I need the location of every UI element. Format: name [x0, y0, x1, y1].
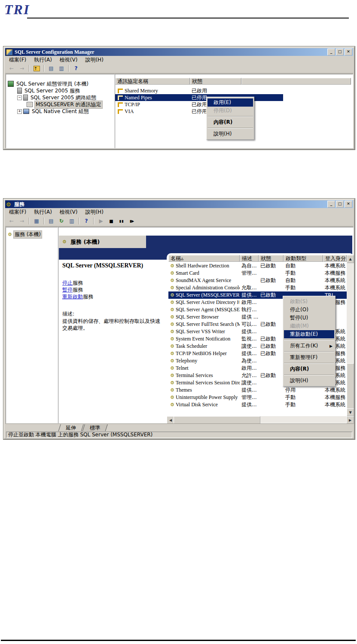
service-name-text: Special Administration Console H... — [176, 285, 240, 291]
help-icon[interactable]: ? — [82, 217, 91, 225]
horizontal-scroll-thumb[interactable] — [174, 416, 260, 424]
tab-延伸[interactable]: 延伸 — [58, 424, 84, 432]
protocol-row[interactable]: Named Pipes已停用 — [115, 94, 283, 101]
services-app-icon: ⚙ — [6, 202, 11, 207]
scroll-right-button[interactable]: ▶ — [346, 416, 354, 424]
services-menu-3[interactable]: 說明(H) — [81, 208, 107, 216]
tree-item-1[interactable]: SQL Server 2005 服務 — [17, 87, 81, 94]
back-icon[interactable]: ← — [7, 64, 16, 73]
service-row[interactable]: ⚙SoundMAX Agent Service已啟動自動本機系統 — [168, 277, 347, 284]
close-button[interactable]: ✕ — [345, 201, 352, 208]
service-name-text: System Event Notification — [176, 336, 230, 342]
tab-標準[interactable]: 標準 — [82, 424, 108, 432]
service-name: ⚙SQL Server FullText Search (MSS... — [168, 321, 240, 328]
service-row[interactable]: ⚙Virtual Disk Service提供...手動本機系統 — [168, 401, 347, 408]
protocol-row[interactable]: Shared Memory已啟用 — [115, 87, 241, 94]
properties-icon[interactable]: ▤ — [46, 64, 56, 73]
up-folder-icon[interactable]: ↑ — [32, 64, 41, 73]
minimize-button[interactable]: _ — [327, 49, 335, 55]
service-name: ⚙SQL Server (MSSQLSERVER) — [168, 292, 240, 298]
minimize-button[interactable]: _ — [327, 201, 335, 208]
show-tree-icon[interactable]: ▦ — [32, 217, 41, 225]
tree-item-services-local[interactable]: ⚙ 服務 (本機) — [8, 231, 42, 238]
service-gears-icon: ⚙ — [170, 307, 174, 312]
vertical-scrollbar[interactable]: ▲ ▼ — [347, 255, 353, 415]
service-gears-icon: ⚙ — [170, 395, 174, 400]
plus-expander[interactable]: + — [17, 109, 22, 114]
service-name: ⚙Virtual Disk Service — [168, 402, 240, 408]
service-desc: 讓使... — [240, 379, 259, 386]
service-name-text: Virtual Disk Service — [176, 402, 218, 408]
forward-glyph: → — [20, 218, 24, 224]
tree-item-0[interactable]: SQL Server 組態管理員 (本機) — [8, 80, 89, 87]
column-header-0[interactable]: 名稱 ▵ — [168, 255, 240, 262]
service-row[interactable]: ⚙Smart Card管理...手動本機服務 — [168, 270, 347, 277]
back-icon[interactable]: ← — [7, 217, 16, 225]
scroll-up-button[interactable]: ▲ — [347, 255, 354, 263]
column-header-4[interactable]: 登入身分 — [323, 255, 347, 262]
restart-icon[interactable]: ▮▶ — [127, 217, 137, 225]
services-titlebar[interactable]: ⚙ 服務 _□✕ — [5, 200, 353, 208]
services-menu-1[interactable]: 執行(A) — [30, 208, 56, 216]
close-button[interactable]: ✕ — [345, 49, 352, 55]
sscm-menu-2[interactable]: 檢視(V) — [56, 56, 82, 64]
sscm-titlebar[interactable]: SQL Server Configuration Manager _□✕ — [5, 48, 353, 56]
services-menu-item-1[interactable]: 停止(O) — [284, 306, 334, 314]
sscm-menu-3[interactable]: 說明(H) — [81, 56, 107, 64]
forward-icon[interactable]: → — [17, 64, 27, 73]
stop-icon[interactable]: ■ — [107, 217, 116, 225]
tree-item-4[interactable]: +SQL Native Client 組態 — [17, 108, 90, 115]
tree-item-3[interactable]: MSSQLSERVER 的通訊協定 — [27, 101, 103, 108]
service-name-text: Terminal Services Session Directory — [176, 380, 240, 386]
services-menu-2[interactable]: 檢視(V) — [56, 208, 82, 216]
services-menu-item-8[interactable]: 重新整理(F) — [284, 353, 334, 362]
horizontal-scrollbar[interactable]: ◀ ▶ — [167, 416, 353, 423]
help-icon[interactable]: ? — [71, 64, 81, 73]
scroll-down-button[interactable]: ▼ — [347, 408, 354, 416]
protocol-name: TCP/IP — [115, 101, 190, 108]
service-row[interactable]: ⚙Special Administration Console H...允取..… — [168, 284, 347, 291]
service-gears-icon: ⚙ — [170, 388, 174, 393]
services-menu-item-2[interactable]: 暫停(U) — [284, 314, 334, 322]
services-menu-item-4[interactable]: 重新啟動(E) — [284, 330, 334, 338]
properties-icon[interactable]: ▤ — [46, 217, 56, 225]
column-header-3[interactable]: 啟動類型 — [284, 255, 323, 262]
service-row[interactable]: ⚙Themes提供...停用本機系統 — [168, 386, 347, 394]
server-icon — [23, 95, 28, 101]
service-desc: 提供... — [240, 401, 259, 408]
maximize-button[interactable]: □ — [336, 49, 344, 55]
vertical-scroll-thumb[interactable] — [347, 363, 354, 409]
start-icon[interactable]: ▶ — [96, 217, 106, 225]
column-header-1[interactable]: 描述 — [240, 255, 259, 262]
refresh-icon[interactable]: ↻ — [57, 217, 66, 225]
service-action-link-1[interactable]: 暫停 — [62, 287, 73, 293]
services-menu-item-10[interactable]: 內容(R) — [284, 365, 334, 373]
service-action-link-0[interactable]: 停止 — [62, 280, 73, 286]
export-list-icon[interactable]: ▥ — [67, 217, 76, 225]
service-row[interactable]: ⚙Uninterruptible Power Supply管理...手動本機服務 — [168, 394, 347, 401]
sscm-menu-1[interactable]: 執行(A) — [30, 56, 56, 64]
pause-icon[interactable]: ▮▮ — [117, 217, 126, 225]
services-menu-item-12[interactable]: 說明(H) — [284, 377, 334, 385]
sscm-menu-item-3[interactable]: 內容(R) — [207, 118, 253, 126]
maximize-button[interactable]: □ — [336, 201, 344, 208]
service-action-link-2[interactable]: 重新啟動 — [62, 294, 83, 300]
minus-expander[interactable]: − — [17, 95, 22, 100]
service-desc: 提供 ... — [240, 313, 259, 321]
sscm-menu-0[interactable]: 檔案(F) — [5, 56, 30, 64]
toolbar-separator — [43, 65, 44, 72]
forward-icon[interactable]: → — [17, 217, 27, 225]
services-menu-item-0: 啟動(S) — [284, 297, 334, 306]
sscm-menu-item-5[interactable]: 說明(H) — [207, 130, 253, 138]
column-header-2[interactable]: 狀態 — [259, 255, 284, 262]
service-name-text: Task Scheduler — [176, 343, 207, 350]
sscm-menu-item-0[interactable]: 啟用(E) — [207, 98, 253, 107]
services-menu-0[interactable]: 檔案(F) — [5, 208, 30, 216]
restart-glyph: ▮▶ — [130, 219, 134, 223]
services-menu-item-6[interactable]: 所有工作(K)▶ — [284, 342, 334, 350]
service-gears-icon: ⚙ — [170, 373, 174, 378]
tree-item-label: 服務 (本機) — [13, 230, 42, 239]
service-desc: 提供... — [240, 291, 259, 299]
export-list-icon[interactable]: ▥ — [57, 64, 66, 73]
service-row[interactable]: ⚙Shell Hardware Detection為自...已啟動自動本機系統 — [168, 262, 347, 270]
